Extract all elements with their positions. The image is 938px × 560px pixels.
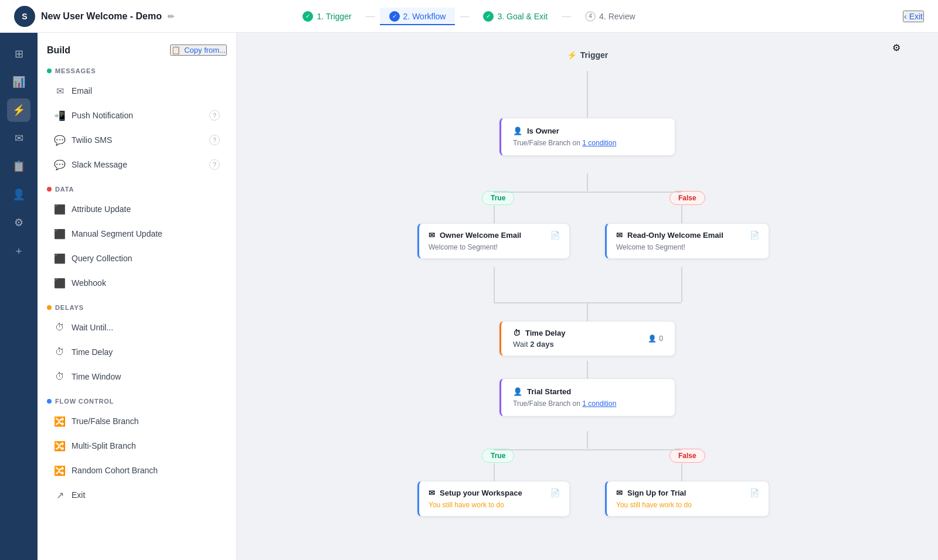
- workflow-canvas[interactable]: ⚙ ⚡ Trigger 👤 Is Owner True/False Branch…: [237, 33, 938, 560]
- sign-up-trial-node[interactable]: ✉ Sign Up for Trial 📄 You still have wor…: [605, 481, 769, 517]
- app-logo: S: [14, 6, 35, 27]
- nav-chart-icon[interactable]: 📊: [7, 70, 30, 94]
- sidebar-item-slack[interactable]: 💬 Slack Message ?: [47, 153, 227, 176]
- trial-condition-link[interactable]: 1 condition: [582, 399, 616, 408]
- sidebar-item-twilio-sms[interactable]: 💬 Twilio SMS ?: [47, 128, 227, 152]
- sidebar-item-manual-segment[interactable]: ⬛ Manual Segment Update: [47, 222, 227, 245]
- false-pill-1[interactable]: False: [669, 191, 705, 205]
- vline-post-owner-email: [494, 267, 495, 302]
- sidebar-item-random-cohort-branch[interactable]: 🔀 Random Cohort Branch: [47, 459, 227, 482]
- sidebar-item-true-false-branch[interactable]: 🔀 True/False Branch: [47, 409, 227, 433]
- query-collection-icon: ⬛: [54, 252, 66, 264]
- nav-people-icon[interactable]: 👤: [7, 183, 30, 206]
- trigger-lightning-icon: ⚡: [567, 50, 577, 60]
- is-owner-node[interactable]: 👤 Is Owner True/False Branch on 1 condit…: [499, 118, 675, 156]
- step4-num: 4: [585, 11, 596, 22]
- sidebar-item-time-window[interactable]: ⏱ Time Window: [47, 365, 227, 388]
- is-owner-condition-link[interactable]: 1 condition: [582, 139, 616, 147]
- trial-started-node[interactable]: 👤 Trial Started True/False Branch on 1 c…: [499, 378, 675, 416]
- readonly-welcome-email-node[interactable]: ✉ Read-Only Welcome Email 📄 Welcome to S…: [605, 223, 769, 259]
- chevron-left-icon: ‹: [904, 12, 907, 21]
- push-notification-icon: 📲: [54, 110, 66, 121]
- hline-true-branch2: [494, 449, 587, 450]
- sidebar-item-multi-split-branch[interactable]: 🔀 Multi-Split Branch: [47, 434, 227, 457]
- vline-post-readonly-email: [681, 267, 682, 302]
- true-false-branch-icon: 🔀: [54, 415, 66, 427]
- sidebar-item-webhook[interactable]: ⬛ Webhook: [47, 271, 227, 295]
- owner-email-doc-icon: 📄: [550, 231, 560, 240]
- readonly-email-doc-icon: 📄: [750, 231, 759, 240]
- data-dot: [47, 187, 52, 192]
- sidebar-item-query-collection[interactable]: ⬛ Query Collection: [47, 247, 227, 270]
- page-title: New User Welcome - Demo: [41, 11, 162, 22]
- setup-workspace-email-icon: ✉: [429, 489, 435, 497]
- vline-true: [494, 206, 495, 223]
- user-count-icon: 👤: [648, 334, 657, 343]
- nav-workflow-icon[interactable]: ⚡: [7, 98, 30, 122]
- twilio-help-icon[interactable]: ?: [209, 135, 220, 145]
- step1-check-icon: ✓: [303, 11, 313, 22]
- connector-trigger-to-isowner: [587, 71, 588, 118]
- flow-control-section-label: FLOW CONTROL: [47, 398, 227, 405]
- time-delay-clock-icon: ⏱: [513, 329, 521, 337]
- step-review[interactable]: 4 4. Review: [576, 8, 644, 25]
- sign-up-trial-email-icon: ✉: [616, 489, 623, 497]
- sidebar-title: Build: [47, 45, 70, 56]
- is-owner-person-icon: 👤: [513, 127, 522, 135]
- exit-button[interactable]: ‹ Exit: [903, 11, 924, 22]
- time-delay-node[interactable]: ⏱ Time Delay Wait 2 days 👤 0: [499, 321, 675, 356]
- readonly-email-icon: ✉: [616, 231, 623, 240]
- wait-until-icon: ⏱: [54, 322, 66, 333]
- nav-home-icon[interactable]: ⊞: [7, 42, 30, 66]
- time-window-icon: ⏱: [54, 371, 66, 383]
- sidebar-item-time-delay[interactable]: ⏱ Time Delay: [47, 340, 227, 364]
- true-pill-2[interactable]: True: [482, 449, 514, 463]
- messages-dot: [47, 69, 52, 73]
- copy-icon: 📋: [171, 46, 181, 54]
- owner-welcome-email-node[interactable]: ✉ Owner Welcome Email 📄 Welcome to Segme…: [417, 223, 570, 259]
- push-help-icon[interactable]: ?: [209, 110, 220, 121]
- nav-settings-icon[interactable]: ⚙: [7, 211, 30, 234]
- webhook-icon: ⬛: [54, 277, 66, 289]
- owner-email-icon: ✉: [429, 231, 435, 240]
- setup-workspace-node[interactable]: ✉ Setup your Workspace 📄 You still have …: [417, 481, 570, 517]
- sidebar-item-attribute-update[interactable]: ⬛ Attribute Update: [47, 197, 227, 221]
- manual-segment-icon: ⬛: [54, 228, 66, 240]
- sidebar-panel: Build 📋 Copy from... MESSAGES ✉ Email 📲 …: [38, 33, 237, 560]
- hline-false-branch2: [587, 449, 681, 450]
- vline-converge-down: [587, 303, 588, 321]
- vline-delay-to-trial: [587, 361, 588, 378]
- setup-workspace-doc-icon: 📄: [550, 489, 560, 497]
- nav-segment-icon[interactable]: 📋: [7, 155, 30, 178]
- sidebar-item-wait-until[interactable]: ⏱ Wait Until...: [47, 316, 227, 339]
- step-trigger[interactable]: ✓ 1. Trigger: [293, 8, 361, 25]
- multi-split-icon: 🔀: [54, 440, 66, 452]
- slack-icon: 💬: [54, 159, 66, 170]
- email-icon: ✉: [54, 85, 66, 97]
- vline-false2: [681, 463, 682, 481]
- copy-from-button[interactable]: 📋 Copy from...: [170, 45, 227, 56]
- vline-trial-split: [587, 431, 588, 449]
- sign-up-trial-doc-icon: 📄: [750, 489, 759, 497]
- flow-control-dot: [47, 399, 52, 404]
- trigger-node[interactable]: ⚡ Trigger: [567, 50, 608, 60]
- sidebar-item-email[interactable]: ✉ Email: [47, 79, 227, 103]
- vline-false: [681, 206, 682, 223]
- step-goal-exit[interactable]: ✓ 3. Goal & Exit: [474, 8, 557, 25]
- edit-title-icon[interactable]: ✏: [168, 12, 175, 21]
- exit-icon: ↗: [54, 489, 66, 501]
- nav-message-icon[interactable]: ✉: [7, 127, 30, 150]
- step-workflow[interactable]: ✓ 2. Workflow: [380, 8, 456, 25]
- trial-started-person-icon: 👤: [513, 387, 522, 396]
- data-section-label: DATA: [47, 186, 227, 193]
- hline-true-branch: [494, 192, 587, 193]
- slack-help-icon[interactable]: ?: [209, 159, 220, 170]
- nav-add-icon[interactable]: ＋: [7, 239, 30, 262]
- sidebar-item-exit[interactable]: ↗ Exit: [47, 483, 227, 507]
- canvas-settings-icon[interactable]: ⚙: [892, 42, 900, 53]
- false-pill-2[interactable]: False: [669, 449, 705, 463]
- sidebar-item-push-notification[interactable]: 📲 Push Notification ?: [47, 104, 227, 127]
- connector-isowner-split: [587, 173, 588, 191]
- twilio-icon: 💬: [54, 134, 66, 146]
- true-pill-1[interactable]: True: [482, 191, 514, 205]
